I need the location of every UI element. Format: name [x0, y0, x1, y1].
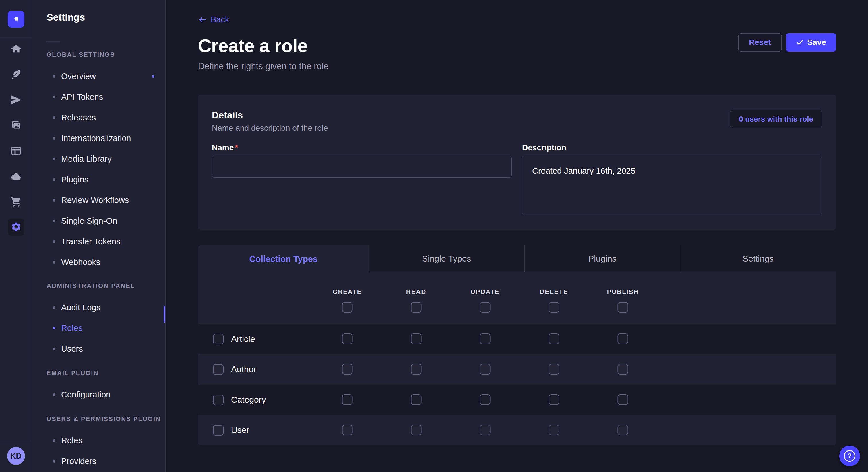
author-delete-checkbox[interactable] [549, 364, 559, 374]
user-delete-checkbox[interactable] [549, 425, 559, 435]
details-title: Details [212, 110, 328, 121]
sidebar-item-up-roles[interactable]: Roles [32, 430, 165, 451]
cloud-icon[interactable] [10, 170, 22, 182]
save-label: Save [807, 38, 826, 47]
sidebar-item-configuration[interactable]: Configuration [32, 384, 165, 405]
column-header-create: CREATE [333, 288, 362, 296]
sidebar-item-label: API Tokens [61, 92, 103, 102]
row-label: Article [231, 334, 255, 344]
sidebar-item-users[interactable]: Users [32, 338, 165, 359]
reset-button[interactable]: Reset [738, 33, 781, 52]
author-create-checkbox[interactable] [342, 364, 353, 374]
content-type-builder-icon[interactable] [10, 145, 22, 157]
sidebar-item-single-sign-on[interactable]: Single Sign-On [32, 210, 165, 231]
user-create-checkbox[interactable] [342, 425, 353, 435]
releases-send-icon[interactable] [10, 94, 22, 106]
article-update-checkbox[interactable] [480, 334, 491, 344]
back-link[interactable]: Back [198, 0, 229, 24]
section-header-email-plugin: EMAIL PLUGIN [46, 369, 165, 377]
author-publish-checkbox[interactable] [618, 364, 628, 374]
sidebar-item-label: Plugins [61, 175, 88, 184]
sidebar-item-review-workflows[interactable]: Review Workflows [32, 190, 165, 210]
bullet-icon [53, 306, 55, 309]
user-read-checkbox[interactable] [411, 425, 422, 435]
page-subtitle: Define the rights given to the role [198, 61, 836, 71]
select-all-read-checkbox[interactable] [411, 302, 422, 312]
sidebar-title-divider [46, 41, 60, 42]
save-button[interactable]: Save [786, 33, 836, 52]
content-manager-icon[interactable] [10, 68, 22, 80]
bullet-icon [53, 460, 55, 463]
sidebar-item-label: Single Sign-On [61, 216, 117, 226]
tab-plugins[interactable]: Plugins [524, 245, 680, 272]
category-delete-checkbox[interactable] [549, 394, 559, 405]
article-create-checkbox[interactable] [342, 334, 353, 344]
sidebar-item-media-library[interactable]: Media Library [32, 148, 165, 169]
row-label: User [231, 425, 249, 435]
media-library-icon[interactable] [10, 119, 22, 131]
category-read-checkbox[interactable] [411, 394, 422, 405]
gear-icon [11, 222, 22, 233]
tab-collection-types[interactable]: Collection Types [198, 245, 369, 272]
sidebar-item-releases[interactable]: Releases [32, 107, 165, 128]
sidebar-item-label: Roles [61, 436, 82, 445]
table-row-category: Category [198, 384, 836, 415]
sidebar-item-label: Roles [61, 324, 82, 333]
tab-settings[interactable]: Settings [680, 245, 836, 272]
users-with-role-badge[interactable]: 0 users with this role [730, 110, 822, 128]
bullet-icon [53, 75, 55, 78]
section-header-administration-panel: ADMINISTRATION PANEL [46, 282, 165, 290]
select-all-publish-checkbox[interactable] [618, 302, 628, 312]
name-input[interactable] [212, 156, 512, 177]
article-publish-checkbox[interactable] [618, 334, 628, 344]
row-label: Category [231, 395, 266, 405]
row-select-checkbox[interactable] [213, 425, 224, 436]
author-update-checkbox[interactable] [480, 364, 491, 374]
marketplace-cart-icon[interactable] [10, 196, 22, 208]
bullet-icon [53, 137, 55, 140]
select-all-create-checkbox[interactable] [342, 302, 353, 312]
tab-single-types[interactable]: Single Types [369, 245, 524, 272]
sidebar-item-transfer-tokens[interactable]: Transfer Tokens [32, 231, 165, 252]
row-label: Author [231, 365, 256, 374]
description-label: Description [522, 143, 566, 152]
user-update-checkbox[interactable] [480, 425, 491, 435]
strapi-logo[interactable] [8, 11, 24, 28]
help-button[interactable]: ? [839, 446, 860, 466]
article-delete-checkbox[interactable] [549, 334, 559, 344]
sidebar-item-label: Transfer Tokens [61, 237, 120, 246]
category-update-checkbox[interactable] [480, 394, 491, 405]
row-select-checkbox[interactable] [213, 395, 224, 405]
permissions-table-header: CREATE READ UPDATE DELETE PUBLISH [198, 272, 836, 324]
sidebar-item-label: Users [61, 344, 83, 353]
sidebar-item-audit-logs[interactable]: Audit Logs [32, 297, 165, 318]
column-header-update: UPDATE [471, 288, 500, 296]
author-read-checkbox[interactable] [411, 364, 422, 374]
details-subtitle: Name and description of the role [212, 124, 328, 133]
category-create-checkbox[interactable] [342, 394, 353, 405]
category-publish-checkbox[interactable] [618, 394, 628, 405]
sidebar-item-overview[interactable]: Overview [32, 66, 165, 87]
sidebar-item-plugins[interactable]: Plugins [32, 169, 165, 190]
bullet-icon [53, 394, 55, 396]
home-icon[interactable] [10, 43, 22, 55]
user-avatar[interactable]: KD [7, 447, 25, 465]
row-select-checkbox[interactable] [213, 364, 224, 375]
row-select-checkbox[interactable] [213, 334, 224, 344]
rail-divider [0, 38, 32, 38]
sidebar-item-label: Providers [61, 457, 96, 466]
column-header-read: READ [406, 288, 426, 296]
sidebar-scrollbar-thumb[interactable] [164, 306, 165, 323]
description-textarea[interactable]: Created January 16th, 2025 [522, 156, 822, 215]
sidebar-item-label: Review Workflows [61, 196, 129, 205]
select-all-delete-checkbox[interactable] [549, 302, 559, 312]
sidebar-item-providers[interactable]: Providers [32, 451, 165, 471]
sidebar-item-webhooks[interactable]: Webhooks [32, 252, 165, 272]
settings-nav-item[interactable] [8, 219, 24, 236]
sidebar-item-api-tokens[interactable]: API Tokens [32, 87, 165, 107]
article-read-checkbox[interactable] [411, 334, 422, 344]
sidebar-item-internationalization[interactable]: Internationalization [32, 128, 165, 148]
user-publish-checkbox[interactable] [618, 425, 628, 435]
sidebar-item-roles-active[interactable]: Roles [32, 318, 165, 338]
select-all-update-checkbox[interactable] [480, 302, 491, 312]
